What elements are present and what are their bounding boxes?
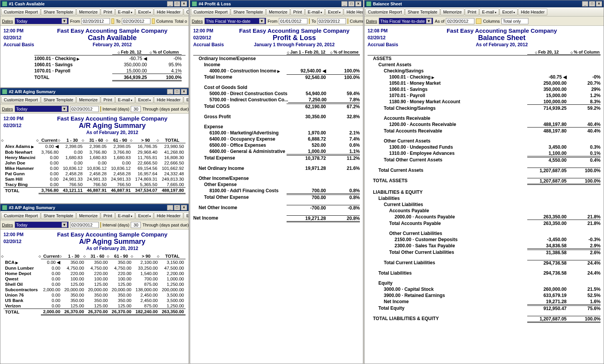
aging-row[interactable]: US Bank0.00350.00350.00350.002,450.003,5… [3,298,186,303]
report-line[interactable]: Current Assets [368,62,601,68]
from-date-input[interactable] [279,18,307,24]
report-line[interactable]: Total Income 92,540.00 100.0% [193,74,360,81]
report-line[interactable]: 1060.01 · Savings 350,000.00 29% [368,86,601,92]
report-line[interactable]: 8100.00 · Add'l Financing Costs 700.00 0… [193,188,360,194]
report-line[interactable]: 6100.00 · Marketing/Advertising 1,970.00… [193,130,360,136]
calendar-icon[interactable] [111,18,114,24]
calendar-icon[interactable] [348,18,348,24]
memorize-button[interactable]: Memorize [266,8,290,15]
close-button[interactable]: × [596,1,602,7]
collapse-button[interactable]: Col [184,8,189,15]
report-line[interactable]: Total Accounts Payable 263,350.00 21.8% [368,220,601,226]
report-line[interactable]: Total Other Current Assets 4,550.00 0.4% [368,157,601,163]
report-line[interactable]: TOTAL ASSETS 1,207,687.05 100.0% [368,178,601,185]
calendar-icon[interactable] [100,106,101,112]
to-date-input[interactable] [317,18,346,24]
date-range-combo[interactable]: Today▾ [15,106,69,112]
customize-report-button[interactable]: Customize Report [1,212,40,219]
report-line[interactable]: Total Accounts Receivable 488,197.80 40.… [368,128,601,134]
to-date-input[interactable] [122,18,150,24]
print-button[interactable]: Print [465,8,479,15]
calendar-icon[interactable] [152,18,155,24]
report-line[interactable]: 2000.00 · Accounts Payable 263,350.00 21… [368,214,601,220]
date-range-combo[interactable]: This Fiscal Year-to-date▾ [379,18,434,24]
report-line[interactable]: 3900.00 · Retained Earnings 633,679.19 5… [368,292,601,299]
maximize-button[interactable]: □ [174,89,180,94]
aging-row[interactable]: Bob Newhart3,766.800.003,766.803,766.802… [3,149,186,155]
report-line[interactable]: Total COGS 62,190.00 67.2% [193,103,360,110]
report-line[interactable]: 1200.00 · Accounts Receivable 488,197.80… [368,121,601,128]
report-line[interactable]: 6400.00 · Occupancy Expense 6,888.72 7.4… [193,136,360,142]
report-line[interactable]: Accounts Receivable [368,115,601,121]
report-line[interactable]: 1070.01 · Payroll 15,000.00 1.2% [368,92,601,99]
email-button[interactable]: E-mail [305,8,325,15]
maximize-button[interactable]: □ [348,1,354,7]
report-line[interactable]: TOTAL LIABILITIES & EQUITY 1,207,687.05 … [368,315,601,323]
report-line[interactable]: Cost of Goods Sold [193,84,360,91]
calendar-icon[interactable] [309,18,310,24]
aging-row[interactable]: Verizon0.00125.00125.00125.00875.001,250… [3,303,186,309]
report-line[interactable]: Accounts Payable [368,208,601,214]
aging-row[interactable]: Alex Adams ▶0.00 ◀2,398.052,398.052,398.… [3,143,186,150]
close-button[interactable]: × [181,205,187,210]
aging-row[interactable]: John Doe0.000.000.000.0022,666.5022,666.… [3,160,186,166]
memorize-button[interactable]: Memorize [440,8,464,15]
report-line[interactable]: Equity [368,280,601,286]
report-line[interactable]: 5000.00 · Direct Construction Costs 54,9… [193,91,360,97]
titlebar-cash[interactable]: #1 Cash Available _ □ × [0,0,189,7]
share-template-button[interactable]: Share Template [231,8,266,15]
asof-date-input[interactable] [70,106,99,112]
report-line[interactable]: Net Ordinary Income 19,971.28 21.6% [193,165,360,171]
report-line[interactable]: Net Other Income -700.00 -0.8% [193,205,360,211]
report-line[interactable]: Gross Profit 30,350.00 32.8% [193,114,360,120]
report-line[interactable]: Other Current Liabilities [368,230,601,237]
email-button[interactable]: E-mail [115,96,135,103]
aging-row[interactable]: Sam Hill0.0024,981.3324,981.3324,981.331… [3,176,186,182]
asof-date-input[interactable] [70,222,99,228]
print-button[interactable]: Print [290,8,305,15]
share-template-button[interactable]: Share Template [41,96,76,103]
excel-button[interactable]: Excel [325,8,343,15]
report-line[interactable]: Total Checking/Savings 714,939.25 59.2% [368,105,601,111]
minimize-button[interactable]: _ [341,1,348,7]
aging-row[interactable]: Qwest0.00100.00100.00100.00700.001,000.0… [3,276,186,282]
minimize-button[interactable]: _ [582,1,588,7]
hide-header-button[interactable]: Hide Header [154,212,183,219]
aging-row[interactable]: Mike Hammer0.0010,836.1210,836.1210,836.… [3,166,186,171]
maximize-button[interactable]: □ [174,1,180,7]
report-line[interactable]: 6600.00 · General & Administrative 1,000… [193,148,360,155]
aging-row[interactable]: Shell Oil0.00125.00125.00125.00875.001,2… [3,282,186,287]
report-line[interactable]: Total Equity 912,950.47 75.6% [368,305,601,312]
report-line[interactable]: Total Current Liabilities 294,736.58 24.… [368,260,601,266]
customize-report-button[interactable]: Customize Report [191,8,230,15]
email-button[interactable]: E-mail [115,8,135,15]
close-button[interactable]: × [181,1,187,7]
maximize-button[interactable]: □ [174,205,180,210]
report-line[interactable]: LIABILITIES & EQUITY [368,189,601,195]
customize-report-button[interactable]: Customize Report [365,8,405,15]
report-line[interactable]: Total Other Current Liabilities 31,386.5… [368,249,601,256]
report-line[interactable]: 1300.00 · Undeposited Funds 3,450.00 0.3… [368,144,601,150]
interval-input[interactable] [131,222,141,228]
report-line[interactable]: 1000.01 · Checking ▶ -60.75 ◀ -0% [368,74,601,80]
excel-button[interactable]: Excel [499,8,518,15]
excel-button[interactable]: Excel [135,212,154,219]
report-line[interactable]: 2150.00 · Customer Deposits -3,450.00 -0… [368,237,601,243]
report-line[interactable]: Total Liabilities 294,736.58 24.4% [368,270,601,276]
report-line[interactable]: Other Current Assets [368,138,601,144]
memorize-button[interactable]: Memorize [76,96,100,103]
date-range-combo[interactable]: Today▾ [15,18,69,24]
hide-header-button[interactable]: Hide Header [518,8,547,15]
cash-row[interactable]: 1070.01 · Payroll 15,000.00 4.1% [34,68,186,74]
report-line[interactable]: 2300.00 · Sales Tax Payable 34,836.58 2.… [368,243,601,249]
maximize-button[interactable]: □ [589,1,595,7]
hide-header-button[interactable]: Hide Header [154,96,183,103]
cash-row[interactable]: 1060.01 · Savings 350,000.00 95.9% [34,62,186,68]
calendar-icon[interactable] [476,18,481,24]
aging-row[interactable]: Union 760.00350.00350.00350.002,450.003,… [3,292,186,298]
expand-button[interactable]: Exp [184,212,189,219]
date-range-combo[interactable]: This Fiscal Year-to-date▾ [204,18,266,24]
report-line[interactable]: Total Current Assets 1,207,687.05 100.0% [368,167,601,174]
share-template-button[interactable]: Share Template [405,8,440,15]
report-line[interactable]: Other Income/Expense [193,175,360,181]
